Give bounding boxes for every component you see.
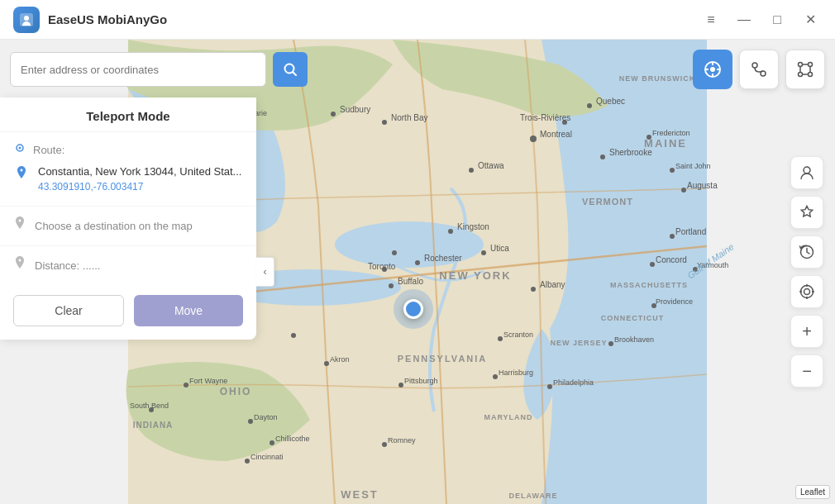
svg-text:CONNECTICUT: CONNECTICUT xyxy=(601,314,665,322)
svg-point-28 xyxy=(531,287,536,292)
distance-row: Distance: ...... xyxy=(0,246,256,285)
panel-title: Teleport Mode xyxy=(0,97,256,132)
svg-text:VERMONT: VERMONT xyxy=(582,197,633,207)
svg-text:Kingston: Kingston xyxy=(457,222,489,231)
avatar-button[interactable] xyxy=(790,156,823,189)
svg-text:Trois-Rivières: Trois-Rivières xyxy=(520,113,570,122)
svg-text:Concord: Concord xyxy=(656,255,687,264)
svg-text:Montreal: Montreal xyxy=(540,130,572,139)
svg-point-101 xyxy=(809,73,813,77)
svg-point-60 xyxy=(608,341,613,346)
svg-point-110 xyxy=(804,289,810,295)
svg-point-73 xyxy=(184,383,188,388)
location-name: Constantia, New York 13044, United Stat.… xyxy=(38,164,241,179)
svg-text:Sherbrooke: Sherbrooke xyxy=(609,148,652,157)
move-button[interactable]: Move xyxy=(134,295,243,326)
svg-point-48 xyxy=(670,234,675,239)
svg-text:NEW JERSEY: NEW JERSEY xyxy=(550,339,607,347)
panel-actions: Clear Move xyxy=(0,285,256,326)
svg-point-66 xyxy=(493,374,498,379)
clear-button[interactable]: Clear xyxy=(13,295,124,326)
svg-point-107 xyxy=(19,147,21,150)
svg-text:Ottawa: Ottawa xyxy=(478,161,504,170)
svg-point-26 xyxy=(481,250,486,255)
location-icon xyxy=(13,166,30,183)
svg-text:OHIO: OHIO xyxy=(220,386,252,397)
search-wrap xyxy=(10,52,266,87)
search-button[interactable] xyxy=(273,52,308,87)
svg-point-72 xyxy=(291,333,296,338)
svg-point-68 xyxy=(398,383,403,388)
svg-point-17 xyxy=(530,136,537,142)
svg-text:Cincinnati: Cincinnati xyxy=(250,453,284,461)
map-toolbar xyxy=(0,50,835,89)
svg-text:WEST: WEST xyxy=(341,488,379,501)
svg-text:Quebec: Quebec xyxy=(596,97,625,106)
svg-text:Toronto: Toronto xyxy=(368,262,396,271)
svg-text:DELAWARE: DELAWARE xyxy=(508,492,557,500)
svg-point-46 xyxy=(681,188,686,193)
svg-text:Brookhaven: Brookhaven xyxy=(614,335,654,344)
svg-text:MARYLAND: MARYLAND xyxy=(484,413,532,421)
close-button[interactable]: ✕ xyxy=(799,8,822,31)
svg-point-91 xyxy=(710,67,715,72)
zoom-in-button[interactable]: + xyxy=(790,315,823,348)
location-row: Constantia, New York 13044, United Stat.… xyxy=(13,164,243,193)
svg-point-64 xyxy=(547,384,552,389)
svg-text:PENNSYLVANIA: PENNSYLVANIA xyxy=(398,354,488,364)
svg-text:Augusta: Augusta xyxy=(687,181,718,190)
svg-text:Sudbury: Sudbury xyxy=(340,105,370,114)
svg-text:MASSACHUSETTS: MASSACHUSETTS xyxy=(610,281,688,289)
history-button[interactable] xyxy=(790,235,823,269)
window-controls: ≡ — □ ✕ xyxy=(699,8,822,31)
svg-text:North Bay: North Bay xyxy=(391,113,427,122)
svg-point-52 xyxy=(670,168,675,173)
svg-text:Fredericton: Fredericton xyxy=(652,129,690,137)
current-location-button[interactable] xyxy=(790,275,823,308)
svg-point-30 xyxy=(415,260,420,265)
svg-text:Dayton: Dayton xyxy=(254,413,278,421)
svg-text:South Bend: South Bend xyxy=(130,402,169,410)
collapse-icon: ‹ xyxy=(264,266,267,278)
route-mode-button[interactable] xyxy=(739,50,779,89)
svg-line-89 xyxy=(293,73,297,76)
teleport-mode-button[interactable] xyxy=(693,50,732,89)
menu-button[interactable]: ≡ xyxy=(699,8,723,31)
minimize-button[interactable]: — xyxy=(732,8,756,31)
leaflet-attribution: Leaflet xyxy=(795,485,830,499)
svg-text:Akron: Akron xyxy=(330,355,350,364)
app-identity: EaseUS MobiAnyGo xyxy=(13,7,167,33)
svg-point-70 xyxy=(324,361,329,366)
destination-row[interactable]: Choose a destination on the map xyxy=(0,207,256,246)
multi-route-button[interactable] xyxy=(785,50,825,89)
svg-text:Harrisburg: Harrisburg xyxy=(499,368,533,377)
svg-text:Pittsburgh: Pittsburgh xyxy=(404,377,438,385)
map-container[interactable]: NEW YORK PENNSYLVANIA OHIO VERMONT MAINE… xyxy=(0,40,835,504)
maximize-button[interactable]: □ xyxy=(766,8,789,31)
svg-text:Saint John: Saint John xyxy=(675,162,711,170)
svg-point-23 xyxy=(448,229,453,234)
svg-point-111 xyxy=(801,286,814,298)
svg-text:Buffalo: Buffalo xyxy=(398,277,423,286)
svg-text:NEW YORK: NEW YORK xyxy=(439,269,511,282)
side-panel: Teleport Mode Route: xyxy=(0,97,256,340)
svg-text:Fort Wayne: Fort Wayne xyxy=(189,377,227,385)
main-content: NEW YORK PENNSYLVANIA OHIO VERMONT MAINE… xyxy=(0,40,835,504)
svg-text:Albany: Albany xyxy=(540,280,565,289)
route-section: Route: Constantia, New York 13044, Unite… xyxy=(0,132,256,207)
svg-point-99 xyxy=(809,63,813,67)
svg-point-54 xyxy=(647,135,651,140)
svg-text:Utica: Utica xyxy=(490,244,509,253)
svg-point-79 xyxy=(270,440,274,445)
zoom-out-button[interactable]: − xyxy=(790,354,823,388)
svg-text:Romney: Romney xyxy=(388,436,416,445)
svg-point-108 xyxy=(804,167,810,174)
svg-point-40 xyxy=(382,120,387,125)
favorite-button[interactable] xyxy=(790,196,823,229)
svg-point-1 xyxy=(24,16,29,21)
collapse-toggle[interactable]: ‹ xyxy=(256,257,274,287)
search-input[interactable] xyxy=(10,52,266,87)
svg-point-100 xyxy=(799,73,803,77)
svg-text:Scranton: Scranton xyxy=(503,330,533,339)
location-coords: 43.3091910,-76.003417 xyxy=(38,181,241,193)
